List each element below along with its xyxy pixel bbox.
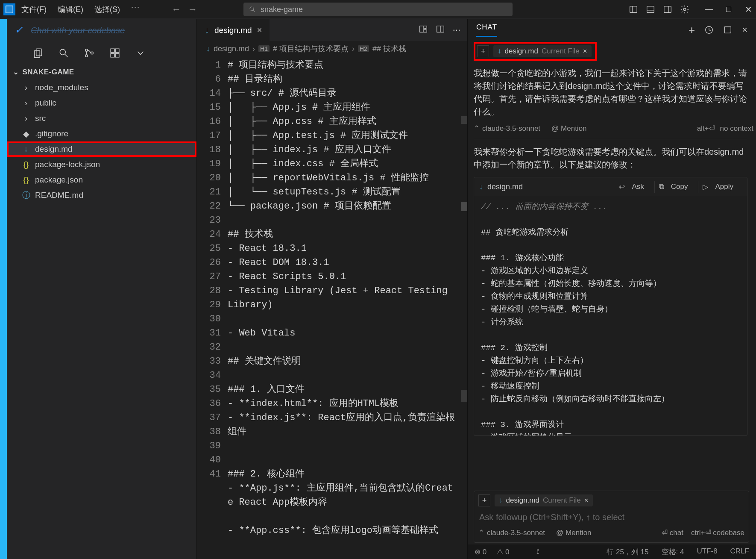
markdown-icon: ↓: [498, 47, 501, 56]
add-context-button[interactable]: +: [478, 494, 490, 506]
svg-point-14: [85, 49, 88, 51]
context-chip[interactable]: ↓ design.md Current File ×: [495, 494, 593, 506]
markdown-icon: ↓: [499, 496, 503, 505]
encoding[interactable]: UTF-8: [697, 547, 717, 557]
nav-arrows: ← →: [172, 4, 197, 15]
layout-right-icon[interactable]: [663, 5, 672, 14]
tree-item-README-md[interactable]: ⓘREADME.md: [7, 188, 196, 203]
heading-icon: H2: [358, 45, 369, 52]
mention-button[interactable]: @ Mention: [551, 124, 586, 133]
add-context-button[interactable]: +: [477, 45, 489, 57]
model-select[interactable]: ⌃claude-3.5-sonnet: [474, 124, 540, 133]
nav-forward-icon[interactable]: →: [188, 4, 197, 15]
tree-item-label: README.md: [35, 191, 83, 200]
extensions-icon[interactable]: [109, 47, 120, 59]
explorer-title[interactable]: ⌄ SNAKE-GAME: [7, 64, 196, 80]
editor-tabbar: ↓ design.md × ···: [197, 19, 467, 41]
chevron-down-icon[interactable]: [135, 47, 146, 59]
tree-item-package-lock-json[interactable]: {}package-lock.json: [7, 157, 196, 172]
more-actions-icon[interactable]: ···: [453, 24, 460, 35]
layout-left-icon[interactable]: [629, 5, 638, 14]
files-icon[interactable]: [32, 47, 44, 59]
menu-select[interactable]: 选择(S): [92, 3, 123, 16]
svg-rect-19: [111, 53, 114, 57]
layout-bottom-icon[interactable]: [646, 5, 655, 14]
status-warnings[interactable]: ⚠ 0: [497, 547, 509, 556]
svg-point-23: [424, 28, 426, 30]
history-icon[interactable]: [704, 25, 714, 35]
chat-body: + ↓ design.md Current File × 我想做一个贪吃蛇的小游…: [468, 41, 756, 486]
expand-icon[interactable]: [723, 25, 733, 35]
minimap[interactable]: [461, 56, 467, 559]
indent-setting[interactable]: 空格: 4: [662, 547, 684, 557]
ask-button[interactable]: ↩ Ask: [615, 181, 652, 193]
split-editor-icon[interactable]: [436, 24, 445, 34]
eol[interactable]: CRLF: [730, 547, 749, 557]
nav-back-icon[interactable]: ←: [172, 4, 181, 15]
followup-row: ⌃claude-3.5-sonnet @ Mention ⏎ chat ctrl…: [478, 528, 744, 537]
tree-item-src[interactable]: ›src: [7, 111, 196, 126]
chip-close-icon[interactable]: ×: [584, 496, 589, 505]
new-chat-icon[interactable]: +: [689, 24, 695, 37]
mention-button[interactable]: @ Mention: [556, 529, 591, 537]
settings-gear-icon[interactable]: [680, 5, 689, 14]
copy-button[interactable]: ⧉ Copy: [654, 181, 697, 193]
project-name: SNAKE-GAME: [23, 68, 74, 76]
context-chip[interactable]: ↓ design.md Current File ×: [493, 45, 592, 57]
cursor-position[interactable]: 行 25，列 15: [607, 547, 648, 557]
chip-close-icon[interactable]: ×: [583, 47, 587, 56]
breadcrumb-file: design.md: [214, 44, 249, 53]
command-center[interactable]: snake-game: [243, 3, 513, 16]
breadcrumb[interactable]: ↓ design.md › H1 # 项目结构与技术要点 › H2 ## 技术栈: [197, 41, 467, 56]
tree-item-node_modules[interactable]: ›node_modules: [7, 80, 196, 95]
gutter: 1614151617181920212223242526272829303132…: [197, 56, 228, 559]
model-select[interactable]: ⌃claude-3.5-sonnet: [478, 528, 545, 537]
breadcrumb-h2: ## 技术栈: [372, 44, 406, 54]
svg-rect-3: [630, 6, 637, 12]
window-maximize-icon[interactable]: □: [724, 4, 733, 15]
no-context-label: no context: [720, 124, 753, 133]
tree-item-design-md[interactable]: ↓design.md: [7, 141, 196, 157]
svg-point-16: [91, 52, 93, 54]
tree-item-public[interactable]: ›public: [7, 95, 196, 111]
app-logo: [3, 3, 15, 15]
codebase-mode-button[interactable]: ctrl+⏎ codebase: [691, 528, 744, 537]
context-filename: design.md: [506, 496, 539, 505]
menu-more[interactable]: ···: [129, 3, 143, 16]
source-control-icon[interactable]: [84, 47, 95, 59]
tree-item--gitignore[interactable]: ◆.gitignore: [7, 126, 196, 141]
chevron-down-icon: ⌄: [13, 68, 19, 76]
svg-rect-5: [647, 6, 654, 12]
tree-item-label: package.json: [35, 175, 83, 185]
menu-file[interactable]: 文件(F): [19, 3, 49, 16]
menu-edit[interactable]: 编辑(E): [55, 3, 86, 16]
svg-line-13: [65, 54, 68, 57]
editor-body[interactable]: 1614151617181920212223242526272829303132…: [197, 56, 467, 559]
chat-hint-bar: ✓ Chat with your codebase: [7, 19, 196, 42]
code-content[interactable]: # 项目结构与技术要点## 目录结构├── src/ # 源代码目录│ ├── …: [228, 56, 461, 559]
window-close-icon[interactable]: ✕: [744, 4, 753, 15]
chat-mode-button[interactable]: ⏎ chat: [662, 528, 683, 537]
tab-design-md[interactable]: ↓ design.md ×: [197, 19, 270, 41]
search-icon[interactable]: [58, 47, 69, 59]
open-preview-side-icon[interactable]: [419, 24, 428, 34]
followup-input[interactable]: Ask followup (Ctrl+Shift+Y), ↑ to select: [478, 511, 744, 524]
tree-item-package-json[interactable]: {}package.json: [7, 172, 196, 188]
context-tag: Current File: [542, 47, 580, 56]
window-minimize-icon[interactable]: —: [705, 4, 713, 15]
heading-icon: H1: [258, 45, 270, 52]
svg-rect-0: [6, 6, 13, 13]
chevron-right-icon: ›: [21, 83, 31, 92]
status-extra-icon[interactable]: ⟟: [536, 547, 539, 556]
svg-point-9: [683, 8, 686, 11]
check-icon: ✓: [15, 25, 25, 35]
tree-item-label: src: [35, 114, 46, 123]
status-errors[interactable]: ⊗ 0: [475, 547, 486, 556]
title-right: — □ ✕: [629, 4, 753, 15]
apply-button[interactable]: ▷ Apply: [698, 181, 742, 193]
alt-key-hint: alt+⏎: [697, 124, 715, 133]
svg-rect-11: [34, 51, 40, 58]
tab-label: design.md: [214, 26, 252, 35]
close-icon[interactable]: ×: [742, 24, 747, 35]
tab-close-icon[interactable]: ×: [257, 25, 262, 35]
